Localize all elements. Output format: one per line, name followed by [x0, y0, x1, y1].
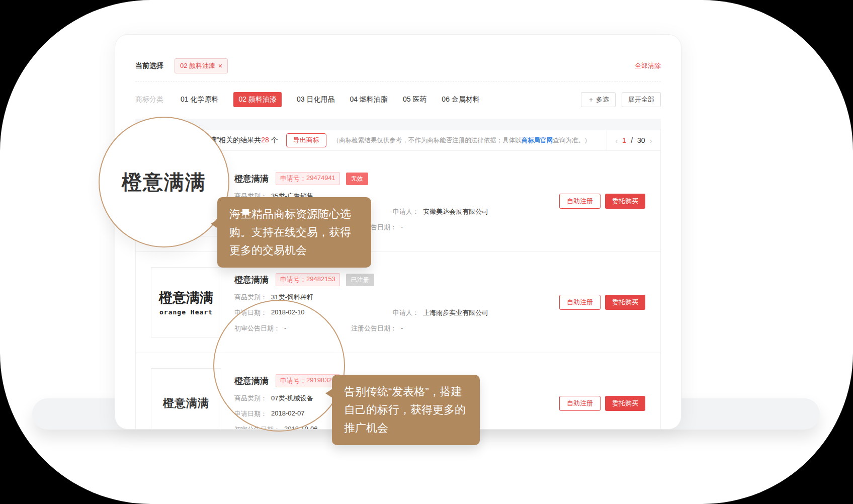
- tooltip-marketplace: 海量精品商标资源随心选购。支持在线交易，获得更多的交易机会: [217, 197, 371, 268]
- status-badge: 已注册: [346, 274, 374, 286]
- clear-all-button[interactable]: 全部清除: [635, 61, 661, 70]
- thumbnail-main-text: 橙意满满: [163, 396, 209, 411]
- close-icon[interactable]: ×: [218, 62, 222, 69]
- result-title-line: 橙意满满 申请号：29474941 无效: [234, 172, 551, 185]
- trademark-thumbnail-3[interactable]: 橙意满满: [151, 368, 221, 430]
- reg-notice-label: 注册公告日期：: [351, 324, 397, 333]
- thumbnail-sub-text: orange Heart: [159, 308, 213, 316]
- tooltip-promotion: 告别传统“发表格”，搭建自己的标行，获得更多的推广机会: [332, 375, 480, 445]
- applicant-value: 上海雨步实业有限公司: [423, 308, 488, 317]
- trademark-name[interactable]: 橙意满满: [234, 274, 269, 286]
- self-register-button[interactable]: 自助注册: [559, 295, 601, 310]
- export-trademark-button[interactable]: 导出商标: [286, 133, 326, 147]
- row-actions: 自助注册 委托购买: [559, 194, 645, 209]
- trademark-thumbnail-2[interactable]: 橙意满满 orange Heart: [151, 267, 221, 338]
- category-tab-04[interactable]: 04 燃料油脂: [350, 95, 387, 104]
- category-bar: 商标分类 01 化学原料 02 颜料油漆 03 日化用品 04 燃料油脂 05 …: [135, 88, 661, 112]
- application-number-label: 申请号：: [280, 174, 306, 183]
- category-bar-label: 商标分类: [135, 95, 163, 104]
- row-actions: 自助注册 委托购买: [559, 396, 645, 411]
- result-row-2: 橙意满满 orange Heart 橙意满满 申请号：29482153 已注册 …: [136, 252, 660, 353]
- result-title-line: 橙意满满 申请号：29482153 已注册: [234, 273, 551, 286]
- entrust-buy-button[interactable]: 委托购买: [605, 194, 645, 209]
- applicant-label: 申请人：: [393, 207, 419, 216]
- page-canvas: 当前选择 02 颜料油漆 × 全部清除 商标分类 01 化学原料 02 颜料油漆…: [0, 0, 853, 504]
- page-total: 30: [637, 136, 645, 144]
- application-number-value: 29482153: [306, 275, 335, 284]
- category-tab-05[interactable]: 05 医药: [403, 95, 426, 104]
- entrust-buy-button[interactable]: 委托购买: [605, 396, 645, 411]
- magnified-trademark-text: 橙意满满: [122, 169, 206, 196]
- current-selection-bar: 当前选择 02 颜料油漆 × 全部清除: [135, 57, 661, 75]
- results-count: 28: [261, 136, 269, 144]
- selected-filter-tag-text: 02 颜料油漆: [180, 61, 215, 70]
- selected-filter-tag[interactable]: 02 颜料油漆 ×: [175, 58, 228, 73]
- row-actions: 自助注册 委托购买: [559, 295, 645, 310]
- category-label: 商品类别：: [234, 293, 267, 302]
- pagination: ‹ 1 / 30 ›: [607, 130, 660, 150]
- current-selection-label: 当前选择: [135, 61, 163, 70]
- self-register-button[interactable]: 自助注册: [559, 194, 601, 209]
- section-gap-band: [135, 119, 661, 130]
- entrust-buy-button[interactable]: 委托购买: [605, 295, 645, 310]
- magnifier-ring-circle: [213, 300, 345, 432]
- category-tab-01[interactable]: 01 化学原料: [181, 95, 218, 104]
- application-number-value: 29474941: [306, 174, 335, 183]
- multi-select-button[interactable]: ＋ 多选: [581, 92, 616, 107]
- application-number-tag: 申请号：29482153: [276, 273, 340, 286]
- page-prev-icon[interactable]: ‹: [615, 136, 618, 145]
- page-next-icon[interactable]: ›: [650, 136, 652, 145]
- category-tab-03[interactable]: 03 日化用品: [297, 95, 334, 104]
- reg-notice-value: -: [401, 223, 403, 232]
- application-number-label: 申请号：: [280, 275, 306, 284]
- category-tab-06[interactable]: 06 金属材料: [442, 95, 479, 104]
- applicant-value: 安徽美达会展有限公司: [423, 207, 488, 216]
- trademark-name[interactable]: 橙意满满: [234, 173, 269, 185]
- magnifier-circle: 橙意满满: [99, 117, 229, 247]
- category-tab-02-active[interactable]: 02 颜料油漆: [233, 92, 281, 107]
- expand-all-button[interactable]: 展开全部: [622, 92, 661, 107]
- page-current: 1: [622, 136, 626, 144]
- page-separator: /: [631, 136, 633, 144]
- thumbnail-main-text: 橙意满满: [159, 289, 213, 307]
- dashed-divider: [135, 81, 661, 81]
- application-number-tag: 申请号：29474941: [276, 172, 340, 185]
- status-badge: 无效: [346, 173, 368, 185]
- trademark-office-link[interactable]: 商标局官网: [522, 137, 553, 144]
- category-tabs: 01 化学原料 02 颜料油漆 03 日化用品 04 燃料油脂 05 医药 06…: [181, 92, 480, 107]
- results-disclaimer: （商标检索结果仅供参考，不作为商标能否注册的法律依据；具体以商标局官网查询为准。…: [333, 136, 591, 145]
- applicant-label: 申请人：: [393, 308, 419, 317]
- self-register-button[interactable]: 自助注册: [559, 396, 601, 411]
- results-summary-suffix: 个: [269, 136, 278, 144]
- disclaimer-prefix: （商标检索结果仅供参考，不作为商标能否注册的法律依据；具体以: [333, 137, 522, 144]
- reg-notice-value: -: [401, 324, 403, 333]
- disclaimer-suffix: 查询为准。）: [553, 137, 590, 144]
